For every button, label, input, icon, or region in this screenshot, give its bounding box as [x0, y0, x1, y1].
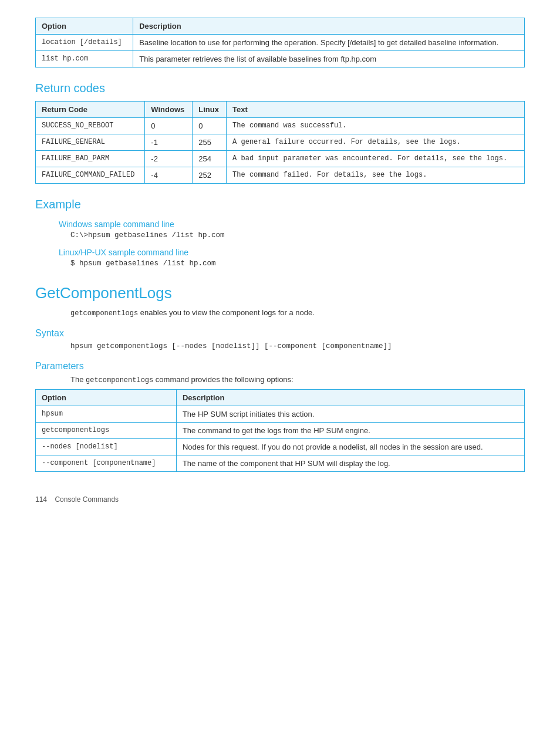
table-row: --component [componentname]The name of t… [36, 455, 525, 472]
return-codes-table: Return CodeWindowsLinuxText SUCCESS_NO_R… [35, 101, 525, 184]
linux-cell: 0 [193, 118, 227, 134]
option-cell: location [/details] [36, 35, 133, 51]
linux-subtitle: Linux/HP-UX sample command line [35, 248, 525, 257]
table-row: SUCCESS_NO_REBOOT00The command was succe… [36, 118, 525, 134]
option-cell: list hp.com [36, 51, 133, 67]
return-code-header: Windows [145, 102, 193, 118]
description-cell: Nodes for this request. If you do not pr… [176, 439, 524, 455]
option-cell: --component [componentname] [36, 455, 177, 472]
table-row: FAILURE_BAD_PARM-2254A bad input paramet… [36, 151, 525, 167]
get-component-logs-title: GetComponentLogs [35, 284, 525, 302]
params-desc-post: command provides the following options: [153, 375, 293, 384]
return-codes-title: Return codes [35, 82, 525, 95]
footer-section: Console Commands [55, 495, 119, 504]
table-row: --nodes [nodelist]Nodes for this request… [36, 439, 525, 455]
footer: 114 Console Commands [35, 495, 525, 504]
text-cell: A general failure occurred. For details,… [227, 134, 525, 151]
text-cell: The command was successful. [227, 118, 525, 134]
syntax-title: Syntax [35, 328, 525, 339]
description-cell: This parameter retrieves the list of ava… [133, 51, 525, 67]
params-desc-pre: The [70, 375, 86, 384]
table-row: FAILURE_COMMAND_FAILED-4252The command f… [36, 167, 525, 184]
option-cell: hpsum [36, 406, 177, 423]
return-code-header: Return Code [36, 102, 145, 118]
code-cell: FAILURE_BAD_PARM [36, 151, 145, 167]
linux-cell: 254 [193, 151, 227, 167]
table-row: FAILURE_GENERAL-1255A general failure oc… [36, 134, 525, 151]
footer-page-number: 114 [35, 495, 47, 504]
params-desc-code: getcomponentlogs [86, 376, 153, 384]
description-cell: The HP SUM script initiates this action. [176, 406, 524, 423]
option-cell: --nodes [nodelist] [36, 439, 177, 455]
return-code-header: Text [227, 102, 525, 118]
text-cell: The command failed. For details, see the… [227, 167, 525, 184]
params-table-header-option: Option [36, 390, 177, 406]
table-row: getcomponentlogsThe command to get the l… [36, 423, 525, 439]
windows-cell: 0 [145, 118, 193, 134]
linux-cell: 252 [193, 167, 227, 184]
code-cell: FAILURE_COMMAND_FAILED [36, 167, 145, 184]
option-cell: getcomponentlogs [36, 423, 177, 439]
get-component-logs-desc-pre: getcomponentlogs [70, 309, 138, 318]
table-row: hpsumThe HP SUM script initiates this ac… [36, 406, 525, 423]
windows-cell: -1 [145, 134, 193, 151]
get-component-logs-desc-post: enables you to view the component logs f… [138, 308, 315, 317]
linux-cell: 255 [193, 134, 227, 151]
text-cell: A bad input parameter was encountered. F… [227, 151, 525, 167]
description-cell: The name of the component that HP SUM wi… [176, 455, 524, 472]
code-cell: SUCCESS_NO_REBOOT [36, 118, 145, 134]
top-table-header-description: Description [133, 18, 525, 35]
syntax-code: hpsum getcomponentlogs [--nodes [nodelis… [35, 342, 525, 350]
table-row: list hp.comThis parameter retrieves the … [36, 51, 525, 67]
top-table-header-option: Option [36, 18, 133, 35]
return-code-header: Linux [193, 102, 227, 118]
windows-cell: -4 [145, 167, 193, 184]
code-cell: FAILURE_GENERAL [36, 134, 145, 151]
example-title: Example [35, 198, 525, 211]
windows-cell: -2 [145, 151, 193, 167]
table-row: location [/details]Baseline location to … [36, 35, 525, 51]
description-cell: The command to get the logs from the HP … [176, 423, 524, 439]
description-cell: Baseline location to use for performing … [133, 35, 525, 51]
params-table-header-description: Description [176, 390, 524, 406]
parameters-description: The getcomponentlogs command provides th… [35, 375, 525, 384]
linux-code: $ hpsum getbaselines /list hp.com [35, 259, 525, 268]
windows-code: C:\>hpsum getbaselines /list hp.com [35, 231, 525, 239]
top-options-table: Option Description location [/details]Ba… [35, 18, 525, 67]
get-component-logs-description: getcomponentlogs enables you to view the… [35, 308, 525, 318]
windows-subtitle: Windows sample command line [35, 220, 525, 229]
parameters-title: Parameters [35, 361, 525, 372]
parameters-table: Option Description hpsumThe HP SUM scrip… [35, 389, 525, 472]
